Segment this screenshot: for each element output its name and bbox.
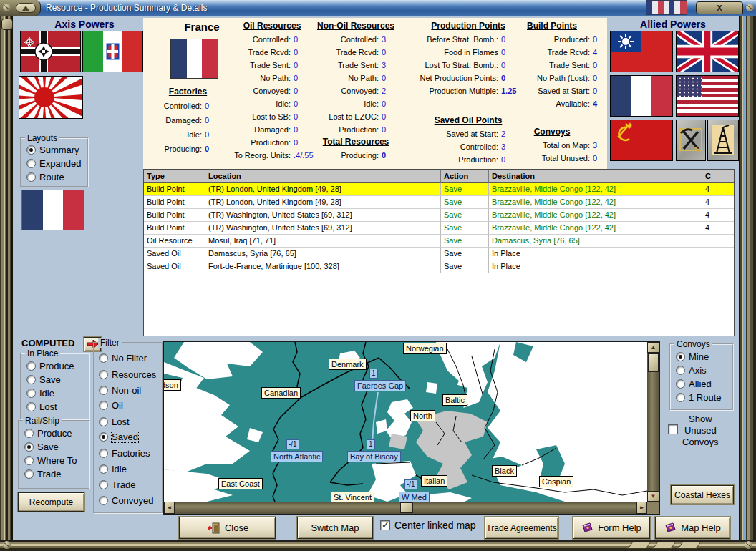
radio-icon	[24, 469, 34, 479]
map-label-black: Black	[492, 465, 517, 477]
in-place-group-label: In Place	[25, 348, 60, 359]
in-place-group: In Place Produce Save Idle Lost	[20, 353, 90, 420]
screw-icon	[746, 4, 754, 11]
horizontal-scroll-thumb[interactable]	[400, 502, 413, 513]
col-header-type: Type	[144, 170, 205, 183]
table-row[interactable]: Build Point(TR) London, United Kingdom […	[144, 196, 734, 209]
radio-filter-lost[interactable]: Lost	[99, 416, 130, 427]
form-help-button[interactable]: Form Help	[573, 517, 650, 539]
usa-flag[interactable]	[676, 75, 739, 117]
total-resources-header: Total Resources	[306, 136, 406, 149]
radio-filter-non-oil[interactable]: Non-oil	[99, 385, 141, 396]
map-label-bay-of-biscay: Bay of Biscay	[347, 451, 401, 462]
close-button[interactable]: Close	[179, 517, 276, 539]
radio-railship-save[interactable]: Save	[24, 442, 59, 452]
table-row[interactable]: Build Point(TR) Washington, United State…	[144, 222, 734, 235]
france-flag[interactable]	[610, 75, 673, 117]
radio-icon	[26, 389, 36, 398]
germany-flag[interactable]	[20, 31, 81, 72]
scroll-down-button[interactable]: ▼	[647, 491, 659, 502]
map-label-canadian: Canadian	[261, 387, 301, 399]
resource-table[interactable]: Type Location Action Destination C Build…	[143, 169, 735, 336]
italy-flag[interactable]	[82, 31, 143, 72]
table-row[interactable]: Saved OilDamascus, Syria [76, 65] SaveIn…	[144, 248, 734, 260]
radio-railship-produce[interactable]: Produce	[24, 428, 72, 439]
scroll-right-button[interactable]: ►	[636, 502, 647, 514]
radio-icon	[24, 456, 34, 465]
radio-filter-convoyed[interactable]: Convoyed	[99, 495, 154, 506]
radio-layout-summary[interactable]: Summary	[26, 145, 79, 155]
application-window: Resource - Production Summary & Details …	[0, 0, 756, 551]
radio-filter-no-filter[interactable]: No Filter	[99, 353, 147, 364]
radio-convoys-1-route[interactable]: 1 Route	[676, 392, 722, 403]
table-row[interactable]: Oil ResourceMosul, Iraq [71, 71] SaveDam…	[144, 235, 734, 248]
radio-filter-oil[interactable]: Oil	[99, 400, 123, 411]
radio-filter-saved[interactable]: Saved	[99, 431, 138, 442]
filter-group-label: Filter	[98, 338, 122, 348]
radio-inplace-produce[interactable]: Produce	[26, 361, 74, 371]
window-menu-ornament[interactable]	[0, 0, 41, 16]
map-vertical-scrollbar[interactable]: ▲ ▼	[647, 342, 659, 502]
china-flag[interactable]	[610, 31, 673, 72]
radio-convoys-mine[interactable]: Mine	[676, 351, 709, 362]
radio-icon	[99, 432, 108, 442]
radio-icon	[99, 464, 108, 474]
map-label-hudson: dson	[163, 379, 181, 391]
build-points-stats: Build Points Produced:0 Trade Rcvd:4 Tra…	[498, 20, 606, 165]
window-menu-button[interactable]	[16, 3, 36, 13]
table-row[interactable]: Build Point(TR) London, United Kingdom […	[144, 183, 734, 196]
radio-inplace-lost[interactable]: Lost	[26, 401, 57, 412]
map-help-button[interactable]: Map Help	[655, 517, 730, 539]
layouts-group-label: Layouts	[25, 133, 59, 143]
help-book-icon	[581, 522, 593, 533]
show-unused-convoys-control[interactable]: Show Unused Convoys	[668, 414, 719, 448]
radio-icon	[99, 370, 108, 379]
radio-filter-idle[interactable]: Idle	[99, 464, 127, 474]
col-header-c: C	[702, 170, 722, 183]
ussr-flag[interactable]	[610, 120, 673, 161]
screw-icon	[3, 4, 11, 11]
radio-convoys-allied[interactable]: Allied	[676, 379, 712, 389]
checkbox-icon[interactable]	[380, 520, 390, 530]
close-window-button[interactable]: X	[696, 1, 743, 14]
map-label-faeroes-gap: Faeroes Gap	[354, 380, 406, 391]
scroll-left-button[interactable]: ◄	[164, 502, 175, 514]
coastal-hexes-button[interactable]: Coastal Hexes	[671, 485, 734, 504]
japan-rising-sun-flag[interactable]	[19, 76, 83, 119]
table-row[interactable]: Build Point(TR) Washington, United State…	[144, 209, 734, 222]
radio-layout-expanded[interactable]: Expanded	[26, 158, 82, 169]
radio-inplace-idle[interactable]: Idle	[26, 388, 54, 399]
show-unused-convoys-label: Show Unused Convoys	[682, 414, 719, 448]
recompute-button[interactable]: Recompute	[18, 492, 84, 512]
title-bar[interactable]: Resource - Production Summary & Details …	[0, 0, 756, 16]
radio-filter-factories[interactable]: Factories	[99, 448, 150, 459]
convoy-badge-faeroes: 1	[369, 369, 378, 379]
scroll-up-button[interactable]: ▲	[647, 342, 659, 353]
trade-agreements-button[interactable]: Trade Agreements	[485, 517, 558, 539]
rail-ship-group-label: Rail/Ship	[23, 416, 62, 426]
radio-filter-resources[interactable]: Resources	[99, 369, 156, 380]
radio-railship-trade[interactable]: Trade	[24, 469, 61, 479]
map-horizontal-scrollbar[interactable]: ◄ ►	[164, 502, 647, 514]
strategic-map[interactable]: dson Canadian Denmark Norwegian Baltic N…	[163, 341, 660, 515]
radio-convoys-axis[interactable]: Axis	[676, 365, 707, 376]
center-linked-map-control[interactable]: Center linked map	[380, 520, 476, 531]
oil-derrick-icon-button[interactable]	[707, 120, 739, 161]
radio-icon	[99, 449, 108, 458]
table-row[interactable]: Saved OilFort-de-France, Martinique [100…	[144, 260, 734, 273]
uk-flag[interactable]	[676, 31, 739, 72]
table-header-row[interactable]: Type Location Action Destination C	[144, 170, 734, 183]
radio-layout-route[interactable]: Route	[26, 172, 64, 182]
col-header-location: Location	[205, 170, 441, 183]
radio-icon	[99, 353, 108, 363]
radio-inplace-save[interactable]: Save	[26, 374, 61, 385]
vertical-scroll-thumb[interactable]	[648, 353, 659, 372]
switch-map-button[interactable]: Switch Map	[297, 517, 373, 539]
radio-icon	[676, 379, 685, 389]
center-linked-map-label: Center linked map	[394, 520, 476, 531]
resources-icon-button[interactable]	[676, 120, 706, 161]
radio-filter-trade[interactable]: Trade	[99, 479, 135, 490]
checkbox-icon[interactable]	[668, 424, 678, 434]
radio-icon	[26, 375, 36, 384]
radio-railship-where-to[interactable]: Where To	[24, 455, 77, 466]
